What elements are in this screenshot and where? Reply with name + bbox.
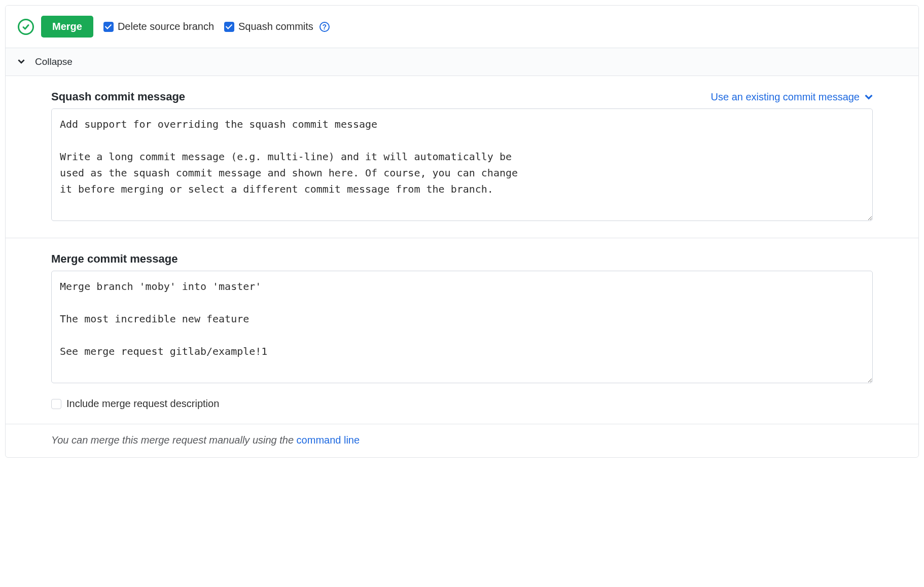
manual-merge-footer: You can merge this merge request manuall… — [6, 424, 918, 457]
status-success-icon — [18, 19, 34, 35]
merge-button[interactable]: Merge — [41, 16, 93, 38]
collapse-toggle[interactable]: Collapse — [6, 48, 918, 76]
squash-commits-group: Squash commits ? — [224, 21, 330, 32]
squash-message-section: Squash commit message Use an existing co… — [6, 76, 918, 238]
use-existing-message-link[interactable]: Use an existing commit message — [711, 91, 873, 103]
use-existing-message-label: Use an existing commit message — [711, 91, 860, 103]
merge-message-section: Merge commit message Include merge reque… — [6, 238, 918, 424]
squash-section-header: Squash commit message Use an existing co… — [51, 90, 873, 103]
help-icon[interactable]: ? — [319, 22, 330, 32]
chevron-down-icon — [18, 58, 25, 66]
delete-branch-group: Delete source branch — [103, 21, 214, 32]
squash-commits-label: Squash commits — [238, 21, 313, 32]
squash-message-input[interactable] — [51, 108, 873, 221]
chevron-down-icon — [865, 93, 873, 101]
merge-section-title: Merge commit message — [51, 252, 177, 266]
delete-branch-checkbox[interactable] — [103, 22, 114, 32]
delete-branch-label: Delete source branch — [118, 21, 214, 32]
include-description-label: Include merge request description — [66, 398, 219, 410]
merge-header: Merge Delete source branch Squash commit… — [6, 6, 918, 48]
collapse-label: Collapse — [35, 56, 73, 67]
squash-commits-checkbox[interactable] — [224, 22, 234, 32]
squash-section-title: Squash commit message — [51, 90, 185, 103]
command-line-link[interactable]: command line — [297, 434, 360, 446]
merge-widget: Merge Delete source branch Squash commit… — [5, 5, 919, 458]
include-description-group: Include merge request description — [51, 398, 873, 410]
footer-text: You can merge this merge request manuall… — [51, 434, 297, 446]
merge-message-input[interactable] — [51, 271, 873, 383]
include-description-checkbox[interactable] — [51, 399, 61, 409]
merge-section-header: Merge commit message — [51, 252, 873, 266]
